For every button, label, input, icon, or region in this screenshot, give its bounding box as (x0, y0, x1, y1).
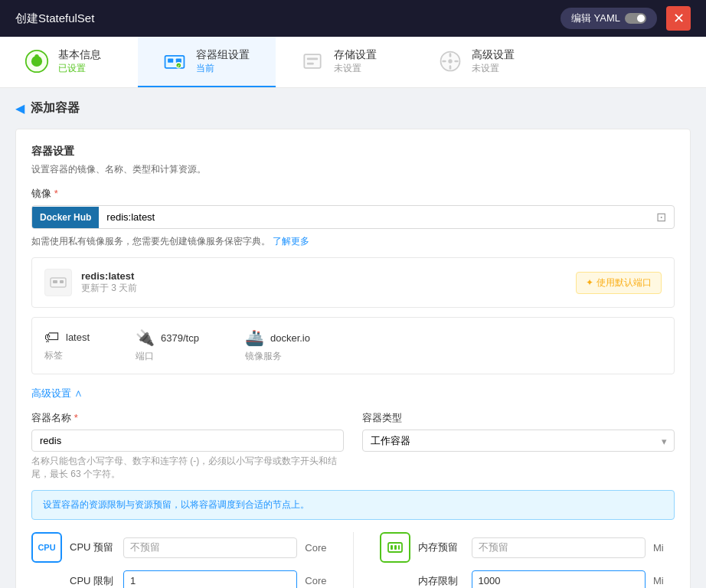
svg-rect-14 (449, 65, 452, 69)
cpu-icon: CPU (31, 532, 62, 563)
image-info-card: redis:latest 更新于 3 天前 ✦ 使用默认端口 (31, 257, 675, 308)
page-title: 创建StatefulSet (15, 11, 94, 26)
image-updated: 更新于 3 天前 (81, 282, 137, 295)
svg-rect-21 (391, 545, 393, 550)
default-port-button[interactable]: ✦ 使用默认端口 (576, 272, 662, 294)
steps-bar: 基本信息 已设置 ✓ 容器组设置 当前 (0, 37, 706, 88)
step-advanced-label: 高级设置 (472, 48, 515, 62)
tag-registry-key: 镜像服务 (245, 350, 310, 363)
container-name-hint: 名称只能包含小写字母、数字和连字符 (-)，必须以小写字母或数字开头和结尾，最长… (31, 455, 344, 481)
tag-icon: 🏷 (44, 328, 60, 346)
step-container[interactable]: ✓ 容器组设置 当前 (138, 37, 276, 87)
image-name: redis:latest (81, 270, 137, 282)
svg-rect-23 (398, 545, 400, 550)
mem-reserve-label: 内存预留 (418, 541, 464, 554)
name-required-mark: * (74, 412, 78, 423)
container-name-type-row: 容器名称 * 名称只能包含小写字母、数字和连字符 (-)，必须以小写字母或数字开… (31, 411, 675, 481)
cpu-reserve-input[interactable] (123, 537, 297, 558)
tag-label-item: 🏷 latest 标签 (44, 328, 90, 363)
mem-limit-label: 内存限制 (418, 574, 464, 588)
cpu-resource-group: CPU CPU 预留 Core CPU 限制 Core (31, 532, 327, 588)
yaml-label: 编辑 YAML (571, 11, 620, 25)
step-storage-info: 存储设置 未设置 (334, 48, 377, 75)
step-advanced-info: 高级设置 未设置 (472, 48, 515, 75)
mem-limit-input[interactable] (472, 570, 646, 588)
step-advanced-status: 未设置 (472, 62, 515, 75)
back-arrow-icon[interactable]: ◀ (15, 101, 25, 116)
svg-rect-5 (176, 58, 181, 62)
cpu-reserve-unit: Core (305, 542, 326, 554)
step-basic-icon (23, 47, 51, 75)
svg-rect-9 (307, 58, 318, 60)
svg-rect-19 (60, 280, 64, 283)
cpu-limit-unit: Core (305, 575, 326, 586)
registry-icon: 🚢 (245, 328, 264, 347)
step-container-label: 容器组设置 (196, 48, 250, 62)
step-storage-label: 存储设置 (334, 48, 377, 62)
container-settings-card: 容器设置 设置容器的镜像、名称、类型和计算资源。 镜像 * Docker Hub… (15, 129, 691, 588)
container-type-select[interactable]: 工作容器 初始化容器 (362, 430, 675, 452)
port-icon: 🔌 (136, 328, 155, 347)
svg-rect-4 (168, 58, 173, 62)
mem-reserve-unit: Mi (653, 542, 675, 554)
step-advanced[interactable]: 高级设置 未设置 (413, 37, 551, 87)
tag-port-value: 🔌 6379/tcp (136, 328, 199, 347)
image-thumbnail (44, 269, 72, 296)
learn-more-link[interactable]: 了解更多 (273, 236, 309, 247)
svg-rect-8 (304, 54, 320, 68)
section-header: ◀ 添加容器 (15, 100, 691, 116)
tag-label-key: 标签 (44, 349, 90, 362)
svg-point-12 (448, 59, 452, 63)
image-search-icon[interactable]: ⊡ (649, 210, 674, 224)
container-type-label: 容器类型 (362, 411, 675, 425)
tag-registry-value: 🚢 docker.io (245, 328, 310, 347)
image-info-left: redis:latest 更新于 3 天前 (44, 269, 137, 296)
card-desc: 设置容器的镜像、名称、类型和计算资源。 (31, 163, 675, 176)
cpu-limit-item: CPU 限制 Core (31, 570, 327, 588)
step-container-info: 容器组设置 当前 (196, 48, 250, 75)
required-mark: * (54, 188, 58, 199)
svg-rect-22 (394, 545, 397, 550)
svg-point-2 (34, 54, 38, 58)
yaml-toggle[interactable] (625, 13, 646, 24)
mem-resource-group: 内存预留 Mi 内存限制 Mi (380, 532, 675, 588)
section-title: 添加容器 (31, 100, 80, 116)
mem-limit-unit: Mi (653, 575, 675, 586)
step-storage-icon (299, 47, 326, 75)
main-content: ◀ 添加容器 容器设置 设置容器的镜像、名称、类型和计算资源。 镜像 * Doc… (0, 88, 706, 588)
tag-registry-item: 🚢 docker.io 镜像服务 (245, 328, 310, 363)
close-button[interactable]: ✕ (666, 6, 691, 31)
container-type-select-wrap: 工作容器 初始化容器 ▾ (362, 430, 675, 452)
svg-rect-15 (442, 60, 446, 63)
step-container-status: 当前 (196, 62, 250, 75)
top-bar-actions: 编辑 YAML ✕ (561, 6, 691, 31)
image-hint: 如需使用私有镜像服务，您需要先创建镜像服务保密字典。 了解更多 (31, 235, 675, 248)
step-basic-status: 已设置 (58, 62, 101, 75)
cpu-limit-input[interactable] (123, 570, 297, 588)
docker-hub-badge[interactable]: Docker Hub (32, 207, 99, 228)
container-type-group: 容器类型 工作容器 初始化容器 ▾ (362, 411, 675, 481)
resource-divider (353, 532, 354, 588)
step-storage[interactable]: 存储设置 未设置 (276, 37, 413, 87)
mem-icon (380, 532, 410, 563)
mem-limit-item: 内存限制 Mi (380, 570, 675, 588)
advanced-toggle[interactable]: 高级设置 ∧ (31, 387, 675, 400)
image-input[interactable] (99, 206, 649, 228)
mem-reserve-input[interactable] (472, 537, 646, 558)
container-name-group: 容器名称 * 名称只能包含小写字母、数字和连字符 (-)，必须以小写字母或数字开… (31, 411, 344, 481)
image-input-wrap: Docker Hub ⊡ (31, 205, 675, 229)
step-basic-info: 基本信息 已设置 (58, 48, 101, 75)
tag-label-value: 🏷 latest (44, 328, 90, 346)
default-port-label: 使用默认端口 (597, 276, 652, 289)
mem-reserve-item: 内存预留 Mi (380, 532, 675, 563)
step-basic-label: 基本信息 (58, 48, 101, 62)
svg-rect-10 (307, 63, 314, 65)
resource-row: CPU CPU 预留 Core CPU 限制 Core (31, 532, 675, 588)
step-storage-status: 未设置 (334, 62, 377, 75)
card-title: 容器设置 (31, 145, 675, 158)
step-basic[interactable]: 基本信息 已设置 (0, 37, 138, 87)
svg-rect-13 (449, 53, 452, 57)
top-bar: 创建StatefulSet 编辑 YAML ✕ (0, 0, 706, 37)
yaml-button[interactable]: 编辑 YAML (561, 8, 657, 29)
container-name-input[interactable] (31, 430, 344, 452)
